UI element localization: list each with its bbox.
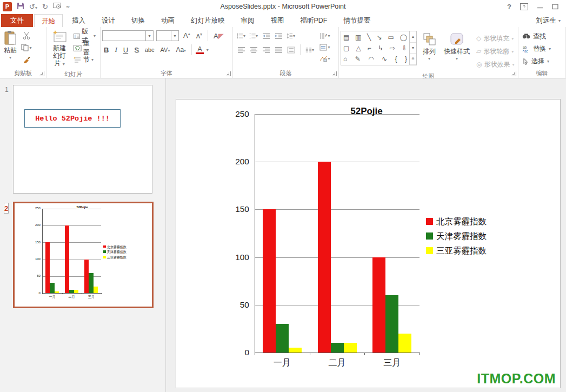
arrow-shape-icon[interactable]: ↘ xyxy=(377,34,382,41)
paragraph-dialog-launcher-icon[interactable] xyxy=(332,71,337,76)
distribute-button[interactable] xyxy=(287,45,295,54)
numbering-button[interactable]: ▾ xyxy=(249,31,258,40)
minimize-icon[interactable] xyxy=(537,3,543,10)
undo-icon[interactable]: ↺▾ xyxy=(29,3,37,10)
tab-file[interactable]: 文件 xyxy=(1,14,33,27)
decrease-font-size-button[interactable]: A▾ xyxy=(195,32,204,39)
chart-axis-tick[interactable] xyxy=(419,353,420,355)
justify-button[interactable] xyxy=(274,45,283,54)
font-name-select[interactable]: ▾ xyxy=(102,30,154,41)
chart-bar-c0-s2[interactable] xyxy=(289,348,302,353)
clipboard-dialog-launcher-icon[interactable] xyxy=(39,71,44,76)
format-painter-button[interactable] xyxy=(20,55,33,64)
decrease-indent-button[interactable] xyxy=(262,31,270,40)
maximize-icon[interactable] xyxy=(552,3,558,10)
slide-canvas[interactable]: 050100150200250一月二月三月52Pojie北京雾霾指数天津雾霾指数… xyxy=(176,99,561,388)
chart-bar-c0-s0[interactable] xyxy=(263,209,276,353)
legend-swatch-s2[interactable] xyxy=(426,247,433,254)
character-spacing-button[interactable]: AV▾ xyxy=(159,46,172,53)
freeform-shape-icon[interactable]: ⌂ xyxy=(343,56,347,62)
columns-button[interactable]: ▾ xyxy=(305,45,314,54)
find-button[interactable]: 查找 xyxy=(522,31,562,42)
italic-button[interactable]: I xyxy=(113,45,118,54)
chart-ytick-label[interactable]: 100 xyxy=(223,252,249,263)
chart-gridline[interactable] xyxy=(255,257,419,258)
scribble-shape-icon[interactable]: ✎ xyxy=(355,56,361,62)
legend-label-s0[interactable]: 北京雾霾指数 xyxy=(436,216,487,228)
chart-ytick-label[interactable]: 200 xyxy=(223,156,249,167)
chart-bar-c1-s1[interactable] xyxy=(331,343,344,353)
text-shadow-button[interactable]: S xyxy=(132,46,141,54)
chart-bar-c0-s1[interactable] xyxy=(276,324,289,353)
tab-视图[interactable]: 视图 xyxy=(264,14,291,27)
shape-effects-button[interactable]: ◎形状效果▾ xyxy=(476,59,515,70)
save-icon[interactable] xyxy=(17,2,24,11)
chart-bar-c2-s0[interactable] xyxy=(372,257,385,353)
oval-shape-icon[interactable]: ◯ xyxy=(400,34,407,41)
chart-y-axis[interactable] xyxy=(255,114,255,353)
right-arrow-shape-icon[interactable]: ⇨ xyxy=(390,45,395,51)
chart-axis-tick[interactable] xyxy=(364,353,365,355)
legend-label-s2[interactable]: 三亚雾霾指数 xyxy=(436,245,487,257)
left-brace-shape-icon[interactable]: { xyxy=(395,56,397,62)
font-color-dropdown-icon[interactable]: ▾ xyxy=(207,48,209,52)
tab-动画[interactable]: 动画 xyxy=(154,14,182,27)
font-color-button[interactable]: A xyxy=(196,46,204,54)
vertical-textbox-shape-icon[interactable]: ▥ xyxy=(355,34,361,41)
align-text-button[interactable]: ▾ xyxy=(318,42,331,52)
chart-title[interactable]: 52Pojie xyxy=(302,106,431,117)
chart-bar-c2-s2[interactable] xyxy=(398,334,411,353)
strikethrough-button[interactable]: abc xyxy=(143,46,156,53)
underline-button[interactable]: U xyxy=(122,46,130,54)
chart-ytick-label[interactable]: 50 xyxy=(223,300,249,310)
increase-font-size-button[interactable]: A▴ xyxy=(182,31,192,39)
align-left-button[interactable] xyxy=(237,45,245,54)
font-dialog-launcher-icon[interactable] xyxy=(226,71,231,76)
arrange-button[interactable]: 排列 ▾ xyxy=(420,31,438,63)
elbow-arrow-connector-shape-icon[interactable]: ↳ xyxy=(378,45,383,51)
chart-ytick-label[interactable]: 250 xyxy=(223,109,249,119)
tab-幻灯片放映[interactable]: 幻灯片放映 xyxy=(184,14,232,27)
bold-button[interactable]: B xyxy=(102,46,110,54)
chart-ytick-label[interactable]: 150 xyxy=(223,204,249,215)
shape-fill-button[interactable]: ◇形状填充▾ xyxy=(476,33,515,44)
triangle-shape-icon[interactable]: △ xyxy=(356,45,361,51)
line-shape-icon[interactable]: ╲ xyxy=(367,34,371,41)
select-button[interactable]: 选择 ▾ xyxy=(522,56,562,67)
bullets-button[interactable]: ▾ xyxy=(237,31,245,40)
chart-ytick-label[interactable]: 0 xyxy=(223,347,249,358)
cut-button[interactable] xyxy=(20,31,33,41)
section-button[interactable]: 节▾ xyxy=(72,55,97,65)
quick-styles-button[interactable]: 快速样式 ▾ xyxy=(442,31,472,63)
chart-axis-tick[interactable] xyxy=(310,353,310,355)
chart-axis-tick[interactable] xyxy=(255,353,255,355)
align-center-button[interactable] xyxy=(249,45,258,54)
drawing-dialog-launcher-icon[interactable] xyxy=(511,71,516,76)
line-spacing-button[interactable]: ▾ xyxy=(287,31,295,40)
curve-shape-icon[interactable]: ∿ xyxy=(382,56,387,62)
legend-swatch-s0[interactable] xyxy=(426,218,433,225)
increase-indent-button[interactable] xyxy=(274,31,283,40)
help-icon[interactable]: ? xyxy=(507,3,511,11)
tab-开始[interactable]: 开始 xyxy=(34,14,63,27)
align-right-button[interactable] xyxy=(262,45,270,54)
font-size-dropdown-icon[interactable]: ▾ xyxy=(171,31,178,41)
shapes-more-icon[interactable]: ≚ xyxy=(410,54,416,65)
arc-shape-icon[interactable]: ◠ xyxy=(368,56,374,62)
text-direction-button[interactable]: A▾ xyxy=(318,31,331,41)
slide-2-thumbnail-selected[interactable]: 050100150200250一月二月三月52Pojie北京雾霾指数天津雾霾指数… xyxy=(13,202,154,308)
replace-button[interactable]: abac 替换 ▾ xyxy=(522,43,562,54)
chart-gridline[interactable] xyxy=(255,162,419,162)
slide-1-thumbnail[interactable]: Hello 52Pojie !!! xyxy=(13,85,152,194)
user-account[interactable]: 刘远生 ▾ xyxy=(536,16,561,25)
legend-swatch-s1[interactable] xyxy=(426,232,433,240)
undo-dropdown-icon[interactable]: ▾ xyxy=(35,5,37,10)
down-arrow-shape-icon[interactable]: ⇩ xyxy=(402,45,407,51)
tab-情节提要[interactable]: 情节提要 xyxy=(337,14,378,27)
convert-to-smartart-button[interactable]: ▾ xyxy=(318,54,331,63)
clear-formatting-button[interactable]: A◤ xyxy=(212,32,225,40)
tab-审阅[interactable]: 审阅 xyxy=(234,14,262,27)
font-name-dropdown-icon[interactable]: ▾ xyxy=(145,31,153,41)
chart-x-axis[interactable] xyxy=(255,353,420,353)
chart-category-label[interactable]: 一月 xyxy=(258,357,307,369)
